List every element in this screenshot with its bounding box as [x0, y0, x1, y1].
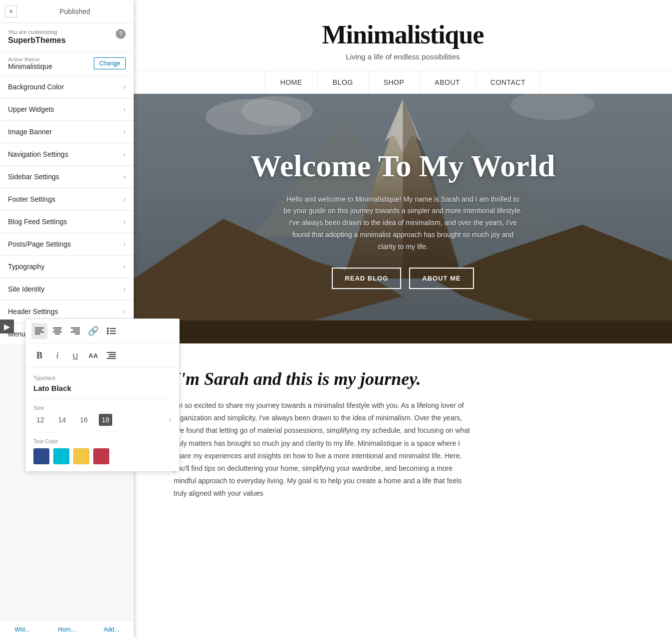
site-tagline: Living a life of endless possibilities	[144, 52, 662, 61]
hero-content: Welcome To My World Hello and welcome to…	[134, 94, 672, 343]
font-size-button[interactable]: AA	[85, 347, 101, 363]
chevron-right-icon: ›	[123, 217, 126, 226]
chevron-right-icon: ›	[123, 240, 126, 249]
typeface-value[interactable]: Lato Black	[33, 384, 171, 392]
published-button[interactable]: Published	[21, 7, 129, 15]
nav-item-blog[interactable]: BLOG	[318, 71, 369, 93]
svg-rect-6	[53, 331, 62, 332]
size-option-12[interactable]: 12	[33, 414, 47, 426]
menu-item-posts-page-settings[interactable]: Posts/Page Settings›	[0, 233, 134, 256]
align-center-button[interactable]	[49, 323, 65, 339]
color-swatch-cyan[interactable]	[53, 448, 69, 464]
menu-item-label: Blog Feed Settings	[8, 218, 67, 226]
chevron-right-icon: ›	[123, 105, 126, 114]
svg-rect-13	[110, 328, 116, 329]
chevron-right-icon: ›	[123, 127, 126, 136]
svg-point-12	[107, 327, 109, 329]
hero-text: Hello and welcome to Minimalistique! My …	[283, 194, 523, 253]
bottom-bar-widgets-btn[interactable]: Wid...	[0, 621, 44, 638]
svg-rect-17	[110, 333, 116, 334]
menu-item-typography[interactable]: Typography›	[0, 256, 134, 278]
bold-button[interactable]: B	[31, 347, 47, 363]
svg-rect-0	[35, 327, 44, 328]
size-option-18[interactable]: 18	[99, 414, 113, 426]
list-button[interactable]	[103, 323, 119, 339]
size-chevron-icon: ›	[169, 415, 171, 424]
nav-item-home[interactable]: HOME	[265, 71, 318, 93]
site-title: Minimalistique	[144, 20, 662, 49]
menu-item-image-banner[interactable]: Image Banner›	[0, 121, 134, 143]
svg-rect-19	[109, 354, 116, 355]
typo-toolbar-2: B i U AA	[25, 343, 179, 368]
hero-title: Welcome To My World	[250, 148, 555, 184]
italic-button[interactable]: i	[49, 347, 65, 363]
svg-rect-1	[35, 329, 42, 330]
menu-item-blog-feed-settings[interactable]: Blog Feed Settings›	[0, 211, 134, 233]
align-right-button[interactable]	[67, 323, 83, 339]
about-section: I'm Sarah and this is my journey. I'm so…	[134, 343, 672, 525]
about-text: I'm so excited to share my journey towar…	[174, 399, 473, 500]
svg-rect-8	[71, 327, 80, 328]
menu-item-sidebar-settings[interactable]: Sidebar Settings›	[0, 166, 134, 188]
hero-buttons: READ BLOG ABOUT ME	[332, 268, 473, 289]
bottom-bar-add-btn[interactable]: Add...	[89, 621, 134, 638]
typeface-section: Typeface Lato Black Size 12141618› Text …	[25, 368, 179, 471]
chevron-right-icon: ›	[123, 285, 126, 294]
about-me-button[interactable]: ABOUT ME	[409, 268, 473, 289]
typo-toolbar-1: 🔗	[25, 319, 179, 343]
menu-item-label: Navigation Settings	[8, 150, 68, 158]
menu-item-navigation-settings[interactable]: Navigation Settings›	[0, 143, 134, 166]
svg-rect-2	[35, 331, 44, 332]
menu-item-label: Sidebar Settings	[8, 173, 59, 181]
color-swatch-blue[interactable]	[33, 448, 49, 464]
svg-rect-21	[107, 358, 116, 359]
read-blog-button[interactable]: READ BLOG	[332, 268, 401, 289]
chevron-right-icon: ›	[123, 172, 126, 181]
svg-rect-5	[54, 329, 61, 330]
customizer-info: You are customizing SuperbThemes ?	[0, 23, 134, 51]
svg-rect-20	[109, 356, 116, 357]
menu-item-footer-settings[interactable]: Footer Settings›	[0, 188, 134, 211]
preview-toggle[interactable]: ▶	[0, 319, 14, 333]
size-row: 12141618›	[33, 414, 171, 426]
chevron-right-icon: ›	[123, 82, 126, 91]
svg-rect-15	[110, 330, 116, 331]
color-swatches	[33, 448, 171, 464]
chevron-right-icon: ›	[123, 195, 126, 204]
typography-popup: 🔗 B i U AA Typeface Lato Black Size 1214…	[25, 319, 180, 472]
menu-item-label: Typography	[8, 263, 44, 271]
customizer-header: × Published	[0, 0, 134, 23]
svg-point-16	[107, 332, 109, 334]
indent-button[interactable]	[103, 347, 119, 363]
change-theme-button[interactable]: Change	[94, 57, 126, 69]
menu-item-label: Header Settings	[8, 308, 58, 316]
menu-item-label: Footer Settings	[8, 195, 55, 203]
bottom-bar-home-btn[interactable]: Hom...	[44, 621, 89, 638]
color-swatch-yellow[interactable]	[73, 448, 89, 464]
about-title: I'm Sarah and this is my journey.	[174, 368, 632, 389]
active-theme-row: Active theme Minimalistique Change	[0, 51, 134, 76]
active-theme-label: Active theme	[8, 56, 52, 62]
nav-item-shop[interactable]: SHOP	[369, 71, 420, 93]
underline-button[interactable]: U	[67, 347, 83, 363]
typeface-label: Typeface	[33, 375, 171, 381]
size-option-16[interactable]: 16	[77, 414, 91, 426]
close-button[interactable]: ×	[5, 5, 17, 17]
svg-rect-3	[35, 333, 40, 334]
size-option-14[interactable]: 14	[55, 414, 69, 426]
customizing-label: You are customizing	[8, 29, 66, 35]
color-swatch-red[interactable]	[93, 448, 109, 464]
website-preview: Minimalistique Living a life of endless …	[134, 0, 672, 638]
theme-name: SuperbThemes	[8, 36, 66, 45]
text-color-label: Text Color	[33, 438, 171, 444]
menu-item-site-identity[interactable]: Site Identity›	[0, 278, 134, 301]
menu-item-label: Posts/Page Settings	[8, 240, 71, 248]
align-left-button[interactable]	[31, 323, 47, 339]
menu-item-upper-widgets[interactable]: Upper Widgets›	[0, 98, 134, 121]
nav-item-contact[interactable]: CONTACT	[475, 71, 541, 93]
size-label: Size	[33, 405, 171, 411]
link-button[interactable]: 🔗	[85, 323, 101, 339]
help-icon[interactable]: ?	[116, 29, 126, 39]
menu-item-background-color[interactable]: Background Color›	[0, 76, 134, 98]
nav-item-about[interactable]: ABOUT	[420, 71, 475, 93]
